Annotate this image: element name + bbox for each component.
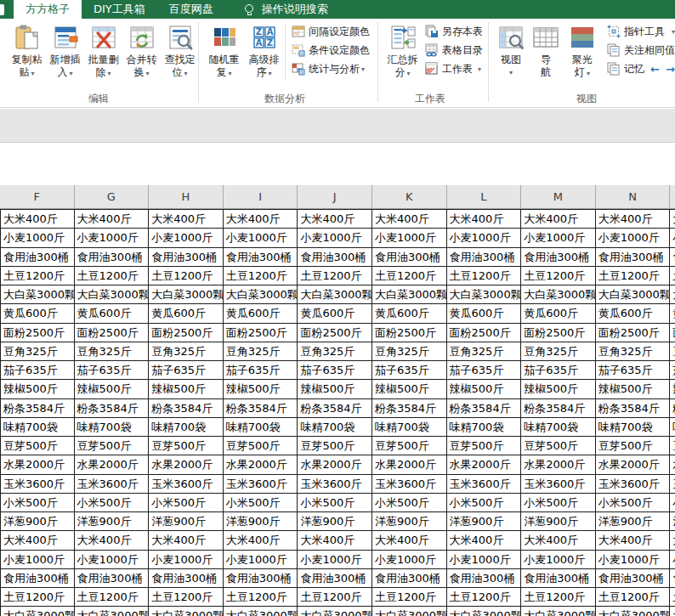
column-header-L[interactable]: L: [447, 185, 522, 208]
cell-G[interactable]: 玉米3600斤: [75, 475, 150, 494]
tab-help-search[interactable]: 操作说明搜索: [232, 0, 340, 19]
cell-G[interactable]: 味精700袋: [75, 418, 150, 437]
cell-G[interactable]: 小米500斤: [75, 494, 150, 512]
cell-M[interactable]: 茄子635斤: [521, 361, 596, 380]
cell-L[interactable]: 茄子635斤: [447, 361, 522, 380]
cell-clipped[interactable]: 水果2000斤: [670, 455, 675, 474]
cell-I[interactable]: 茄子635斤: [224, 361, 298, 380]
cell-F[interactable]: 小麦1000斤: [0, 551, 75, 569]
cell-G[interactable]: 大米400斤: [75, 531, 150, 550]
cell-clipped[interactable]: 小米500斤: [670, 494, 675, 512]
cell-clipped[interactable]: 洋葱900斤: [670, 512, 675, 531]
cell-H[interactable]: 小麦1000斤: [149, 551, 224, 569]
cell-I[interactable]: 大米400斤: [224, 210, 298, 229]
cell-G[interactable]: 土豆1200斤: [75, 267, 150, 285]
cell-M[interactable]: 食用油300桶: [521, 248, 596, 267]
cell-L[interactable]: 黄瓜600斤: [447, 304, 522, 323]
cell-J[interactable]: 大米400斤: [298, 531, 372, 550]
cell-N[interactable]: 土豆1200斤: [596, 588, 671, 607]
cell-K[interactable]: 大米400斤: [372, 210, 447, 229]
cell-I[interactable]: 大白菜3000颗: [224, 607, 298, 616]
cell-K[interactable]: 洋葱900斤: [372, 512, 447, 531]
cell-L[interactable]: 大米400斤: [447, 210, 522, 229]
cell-I[interactable]: 小麦1000斤: [224, 229, 298, 247]
cell-M[interactable]: 小麦1000斤: [521, 229, 596, 247]
cell-N[interactable]: 茄子635斤: [596, 361, 671, 380]
cell-I[interactable]: 玉米3600斤: [224, 475, 298, 494]
summarize-split-button[interactable]: 汇总拆分▾: [383, 20, 422, 95]
cell-clipped[interactable]: 粉条3584斤: [670, 399, 675, 418]
cell-H[interactable]: 食用油300桶: [149, 248, 224, 267]
copy-paste-button[interactable]: 复制粘贴▾: [8, 20, 46, 95]
cell-H[interactable]: 粉条3584斤: [149, 399, 224, 418]
cell-clipped[interactable]: 食用油300桶: [670, 569, 675, 588]
cell-J[interactable]: 豆角325斤: [298, 342, 372, 361]
cell-N[interactable]: 大米400斤: [596, 531, 671, 550]
cell-N[interactable]: 洋葱900斤: [596, 512, 671, 531]
cell-N[interactable]: 黄瓜600斤: [596, 304, 671, 323]
cell-K[interactable]: 面粉2500斤: [372, 324, 447, 342]
spotlight-button[interactable]: 聚光灯▾: [563, 20, 602, 95]
cell-H[interactable]: 玉米3600斤: [149, 475, 224, 494]
cell-G[interactable]: 茄子635斤: [75, 361, 150, 380]
cell-K[interactable]: 土豆1200斤: [372, 267, 447, 285]
cell-H[interactable]: 小米500斤: [149, 494, 224, 512]
cell-K[interactable]: 玉米3600斤: [372, 475, 447, 494]
column-header-K[interactable]: K: [372, 185, 447, 208]
cell-K[interactable]: 小麦1000斤: [372, 551, 447, 569]
cell-J[interactable]: 大米400斤: [298, 210, 372, 229]
cell-G[interactable]: 洋葱900斤: [75, 512, 150, 531]
cell-K[interactable]: 辣椒500斤: [372, 380, 447, 398]
cell-J[interactable]: 玉米3600斤: [298, 475, 372, 494]
cell-G[interactable]: 小麦1000斤: [75, 229, 150, 247]
cell-M[interactable]: 食用油300桶: [521, 569, 596, 588]
cell-N[interactable]: 豆芽500斤: [596, 437, 671, 455]
cell-F[interactable]: 小米500斤: [0, 494, 75, 512]
cell-L[interactable]: 食用油300桶: [447, 248, 522, 267]
cell-clipped[interactable]: 豆角325斤: [670, 342, 675, 361]
cell-M[interactable]: 大米400斤: [521, 531, 596, 550]
cell-H[interactable]: 大米400斤: [149, 210, 224, 229]
stats-analysis-button[interactable]: ± 统计与分析 ▾: [292, 61, 370, 76]
cell-G[interactable]: 食用油300桶: [75, 569, 150, 588]
cell-I[interactable]: 豆角325斤: [224, 342, 298, 361]
cell-H[interactable]: 小麦1000斤: [149, 229, 224, 247]
cell-K[interactable]: 水果2000斤: [372, 455, 447, 474]
cell-F[interactable]: 面粉2500斤: [0, 324, 75, 342]
cell-F[interactable]: 味精700袋: [0, 418, 75, 437]
cell-clipped[interactable]: 大白菜3000颗: [670, 285, 675, 304]
cell-H[interactable]: 洋葱900斤: [149, 512, 224, 531]
view-button[interactable]: 视图▾: [493, 20, 529, 95]
cell-N[interactable]: 大白菜3000颗: [596, 607, 671, 616]
cell-M[interactable]: 小米500斤: [521, 494, 596, 512]
cell-N[interactable]: 小米500斤: [596, 494, 671, 512]
cell-clipped[interactable]: 黄瓜600斤: [670, 304, 675, 323]
cell-N[interactable]: 辣椒500斤: [596, 380, 671, 398]
cell-G[interactable]: 面粉2500斤: [75, 324, 150, 342]
cell-G[interactable]: 大白菜3000颗: [75, 607, 150, 616]
cell-G[interactable]: 辣椒500斤: [75, 380, 150, 398]
cell-clipped[interactable]: 小麦1000斤: [670, 229, 675, 247]
cell-F[interactable]: 玉米3600斤: [0, 475, 75, 494]
cell-G[interactable]: 黄瓜600斤: [75, 304, 150, 323]
cell-L[interactable]: 小米500斤: [447, 494, 522, 512]
tab-diy-toolbox[interactable]: DIY工具箱: [82, 0, 157, 19]
cell-N[interactable]: 粉条3584斤: [596, 399, 671, 418]
cell-K[interactable]: 豆角325斤: [372, 342, 447, 361]
cell-clipped[interactable]: 大白菜3000颗: [670, 607, 675, 616]
cell-H[interactable]: 大白菜3000颗: [149, 285, 224, 304]
cell-N[interactable]: 土豆1200斤: [596, 267, 671, 285]
cell-M[interactable]: 粉条3584斤: [521, 399, 596, 418]
cell-I[interactable]: 食用油300桶: [224, 569, 298, 588]
back-arrow-icon[interactable]: ←: [650, 63, 660, 76]
cell-I[interactable]: 小米500斤: [224, 494, 298, 512]
cell-M[interactable]: 大白菜3000颗: [521, 285, 596, 304]
cell-J[interactable]: 面粉2500斤: [298, 324, 372, 342]
cell-F[interactable]: 豆角325斤: [0, 342, 75, 361]
cell-M[interactable]: 小麦1000斤: [521, 551, 596, 569]
cell-L[interactable]: 豆角325斤: [447, 342, 522, 361]
cell-G[interactable]: 豆芽500斤: [75, 437, 150, 455]
cell-F[interactable]: 粉条3584斤: [0, 399, 75, 418]
cell-J[interactable]: 豆芽500斤: [298, 437, 372, 455]
cell-H[interactable]: 食用油300桶: [149, 569, 224, 588]
